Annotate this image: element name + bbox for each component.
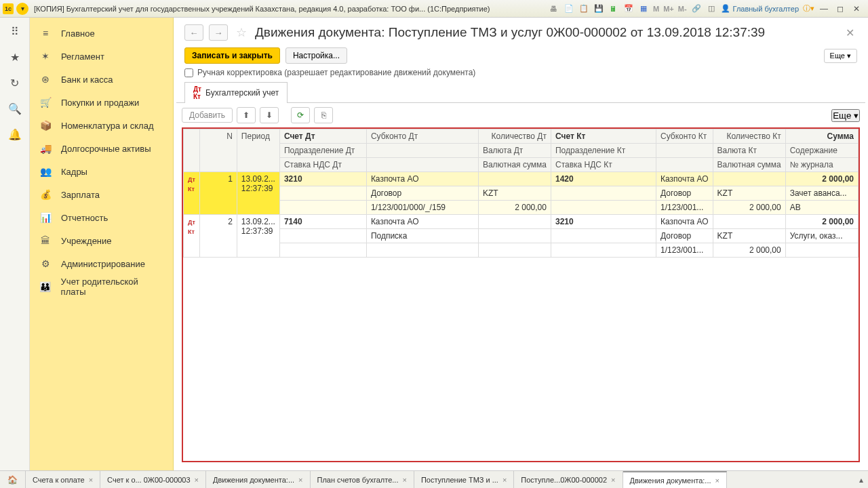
m-plus-button[interactable]: M+ (663, 5, 674, 13)
movements-table[interactable]: N Период Счет Дт Субконто Дт Количество … (182, 127, 860, 462)
m-minus-button[interactable]: M- (678, 5, 687, 13)
table-more-button[interactable]: Еще ▾ (831, 109, 860, 122)
sidebar-item[interactable]: ⚙Администрирование (30, 252, 173, 275)
table-row[interactable]: ДтКт 2 13.09.2...12:37:39 7140Казпочта А… (184, 215, 859, 229)
window-title: [КОПИЯ] Бухгалтерский учет для государст… (30, 5, 549, 13)
close-tab-icon[interactable]: × (611, 476, 615, 484)
sidebar-item[interactable]: 📊Отчетность (30, 206, 173, 229)
sidebar-item[interactable]: 👥Кадры (30, 160, 173, 183)
dt-kt-icon: ДтКт (188, 176, 195, 192)
back-button[interactable]: ← (184, 24, 203, 41)
dt-kt-icon: ДтКт (193, 85, 201, 100)
doc-icon[interactable]: 📄 (564, 3, 574, 14)
nav-back-circle[interactable]: ▾ (16, 3, 28, 15)
refresh-button[interactable]: ⟳ (291, 107, 310, 123)
move-up-button[interactable]: ⬆ (237, 107, 256, 123)
info-icon[interactable]: ⓘ▾ (803, 3, 814, 14)
table-row[interactable]: ДоговорKZT ДоговорKZT Зачет аванса... (184, 186, 859, 201)
manual-edit-row: Ручная корректировка (разрешает редактир… (174, 66, 868, 81)
sidebar-item[interactable]: ⊛Банк и касса (30, 68, 173, 91)
forward-button[interactable]: → (209, 24, 228, 41)
close-tab-icon[interactable]: × (502, 476, 507, 484)
tab-label: Бухгалтерский учет (205, 88, 279, 98)
save-icon[interactable]: 💾 (593, 3, 604, 14)
sidebar-item[interactable]: 🛒Покупки и продажи (30, 91, 173, 114)
bottom-tab[interactable]: Счет к о... 0Ж00-000003× (100, 471, 206, 488)
export-button[interactable]: ⎘ (314, 107, 333, 123)
close-window-button[interactable]: ✕ (850, 3, 863, 14)
manual-edit-checkbox[interactable] (184, 68, 193, 77)
panel-icon[interactable]: ◫ (706, 3, 717, 14)
tab-accounting[interactable]: ДтКт Бухгалтерский учет (184, 82, 288, 103)
tabs-scroll-button[interactable]: ▴ (854, 471, 868, 488)
home-tab[interactable]: 🏠 (0, 471, 26, 488)
bottom-tab[interactable]: Поступление ТМЗ и ...× (414, 471, 514, 488)
print-icon[interactable]: 🖶 (549, 3, 559, 14)
app-logo: 1c (3, 3, 14, 14)
sidebar-label: Главное (61, 28, 95, 39)
save-and-close-button[interactable]: Записать и закрыть (184, 47, 280, 64)
sidebar-item[interactable]: 👪Учет родительской платы (30, 275, 173, 298)
calc-icon[interactable]: 🖩 (608, 3, 619, 14)
current-user[interactable]: 👤Главный бухгалтер (721, 4, 799, 13)
more-button[interactable]: Еще ▾ (824, 49, 857, 63)
sidebar-item[interactable]: 💰Зарплата (30, 183, 173, 206)
move-down-button[interactable]: ⬇ (260, 107, 279, 123)
sidebar-label: Номенклатура и склад (61, 121, 153, 131)
sidebar-item[interactable]: ≡Главное (30, 22, 173, 45)
bottom-tab[interactable]: Движения документа:...× (206, 471, 310, 488)
bottom-tab[interactable]: Счета к оплате× (26, 471, 100, 488)
bottom-tab-label: Движения документа:... (213, 476, 294, 484)
add-button[interactable]: Добавить (182, 108, 233, 123)
sidebar-label: Отчетность (61, 213, 108, 223)
bottom-tab[interactable]: План счетов бухгалте...× (311, 471, 414, 488)
table-row[interactable]: 1/123/001/000/_/1592 000,00 1/123/001...… (184, 201, 859, 215)
settings-button[interactable]: Настройка... (285, 47, 347, 64)
sidebar-icon: 🏛 (39, 235, 52, 246)
close-tab-icon[interactable]: × (195, 476, 199, 484)
close-document-button[interactable]: ✕ (843, 26, 857, 39)
bottom-tabs: 🏠 Счета к оплате×Счет к о... 0Ж00-000003… (0, 470, 868, 488)
table-row[interactable]: ДтКт 1 13.09.2...12:37:39 3210Казпочта А… (184, 172, 859, 186)
close-tab-icon[interactable]: × (715, 476, 719, 485)
sidebar-icon: 👪 (39, 281, 52, 292)
close-tab-icon[interactable]: × (89, 476, 93, 484)
history-icon[interactable]: ↻ (8, 76, 22, 89)
link-icon[interactable]: 🔗 (691, 3, 702, 14)
sidebar-label: Учреждение (61, 236, 112, 246)
apps-icon[interactable]: ⠿ (8, 24, 22, 38)
sidebar-item[interactable]: 🚚Долгосрочные активы (30, 137, 173, 160)
sidebar-label: Банк и касса (61, 75, 113, 85)
sidebar-item[interactable]: 📦Номенклатура и склад (30, 114, 173, 137)
close-tab-icon[interactable]: × (298, 476, 302, 484)
favorite-star-icon[interactable]: ☆ (236, 25, 247, 40)
grid-icon[interactable]: ▦ (638, 3, 649, 14)
dt-kt-icon: ДтКт (188, 219, 195, 235)
sidebar-label: Зарплата (61, 190, 100, 200)
notifications-icon[interactable]: 🔔 (8, 127, 22, 141)
sidebar-label: Администрирование (61, 259, 145, 269)
sidebar-item[interactable]: ✶Регламент (30, 45, 173, 68)
command-bar: Записать и закрыть Настройка... Еще ▾ (174, 45, 868, 66)
table-row[interactable]: 1/123/001...2 000,00 (184, 243, 859, 258)
minimize-button[interactable]: — (818, 3, 830, 14)
document-header: ← → ☆ Движения документа: Поступление ТМ… (174, 18, 868, 45)
table-row[interactable]: Подписка ДоговорKZT Услуги, оказ... (184, 229, 859, 243)
calendar-icon[interactable]: 📅 (623, 3, 634, 14)
m-button[interactable]: M (653, 5, 659, 13)
bottom-tab[interactable]: Движения документа:...× (623, 471, 727, 488)
favorites-icon[interactable]: ★ (8, 50, 22, 64)
sidebar-icon: ≡ (39, 28, 52, 39)
bottom-tab-label: Поступле...0Ж00-000002 (521, 476, 607, 484)
sidebar-icon: 🛒 (39, 97, 52, 108)
sidebar-icon: 🚚 (39, 143, 52, 154)
title-bar: 1c ▾ [КОПИЯ] Бухгалтерский учет для госу… (0, 0, 868, 18)
clipboard-icon[interactable]: 📋 (578, 3, 589, 14)
sidebar-icon: ✶ (39, 51, 52, 62)
search-icon[interactable]: 🔍 (8, 102, 22, 115)
sidebar-item[interactable]: 🏛Учреждение (30, 229, 173, 252)
bottom-tab[interactable]: Поступле...0Ж00-000002× (514, 471, 623, 488)
maximize-button[interactable]: ◻ (834, 3, 846, 14)
close-tab-icon[interactable]: × (402, 476, 406, 484)
sidebar-icon: 📊 (39, 212, 52, 223)
